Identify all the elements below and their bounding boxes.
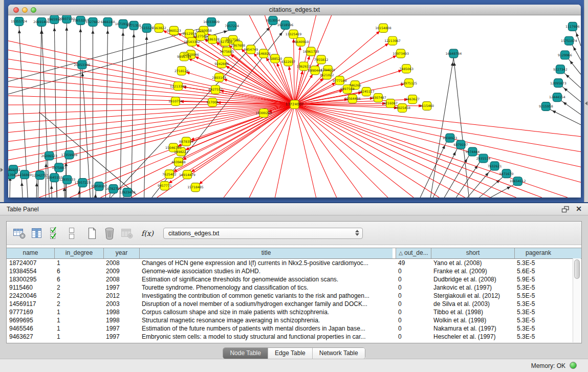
table-row[interactable]: 977716911998Corpus callosum shape and si…	[7, 308, 581, 316]
graph-edge[interactable]	[8, 104, 295, 105]
graph-edge[interactable]	[132, 29, 134, 198]
table-cell: 6	[54, 268, 103, 275]
column-header-name[interactable]: name	[7, 248, 54, 258]
float-panel-icon[interactable]	[561, 206, 570, 215]
graph-edge[interactable]	[295, 104, 316, 198]
graph-node-label: 2935514	[476, 157, 491, 160]
graph-edge[interactable]	[120, 28, 123, 198]
graph-edge[interactable]	[295, 104, 491, 198]
deselect-all-rows-button[interactable]	[63, 226, 80, 241]
graph-edge[interactable]	[8, 104, 295, 178]
function-builder-button[interactable]: f(x)	[139, 226, 156, 241]
scrollbar-thumb[interactable]	[574, 259, 580, 279]
memory-ok-indicator[interactable]	[570, 362, 577, 369]
table-row[interactable]: 2242004622012Investigating the contribut…	[7, 292, 581, 300]
table-row[interactable]: 1938455462009Genome-wide association stu…	[7, 267, 581, 275]
graph-node-label: 917004	[206, 100, 219, 104]
column-header-out-degree[interactable]: △out_de...	[396, 248, 431, 258]
column-header-title[interactable]: title	[139, 248, 393, 258]
network-table-selector[interactable]: citations_edges.txt	[163, 228, 363, 239]
table-cell: Changes of HCN gene expression and I(f) …	[139, 259, 393, 267]
graph-edge[interactable]	[559, 99, 581, 115]
table-row[interactable]: 969969511998Structural magnetic resonanc…	[7, 316, 581, 324]
column-header-pagerank[interactable]: pagerank	[514, 248, 562, 258]
table-cell: 5.9E-5	[514, 276, 562, 283]
graph-edge[interactable]	[571, 43, 581, 60]
table-cell: Hescheler et al. (1997)	[431, 333, 514, 340]
graph-edge[interactable]	[433, 148, 458, 198]
graph-edge[interactable]	[21, 178, 23, 198]
graph-edge[interactable]	[295, 104, 388, 198]
graph-edge[interactable]	[562, 71, 581, 88]
graph-edge-arrowhead	[35, 183, 38, 186]
graph-edge-arrowhead	[224, 30, 228, 33]
table-row[interactable]: 1872400712008Changes of HCN gene express…	[7, 259, 581, 267]
table-row[interactable]: 1830029562008Estimation of significance …	[7, 275, 581, 283]
graph-edge[interactable]	[132, 104, 295, 198]
graph-node-label: 4039488	[171, 160, 186, 164]
table-row[interactable]: 946362711997Embryonic stem cells: a mode…	[7, 333, 581, 341]
tab-node-table[interactable]: Node Table	[223, 348, 268, 359]
table-cell: 1	[54, 317, 103, 324]
graph-node-label: 9463627	[405, 97, 420, 101]
table-row[interactable]: 946554611997Estimation of the future num…	[7, 324, 581, 333]
graph-edge[interactable]	[295, 104, 337, 198]
graph-edge[interactable]	[186, 104, 295, 142]
graph-edge[interactable]	[295, 104, 581, 167]
table-cell: 0	[396, 276, 431, 283]
graph-edge[interactable]	[106, 26, 108, 198]
table-row[interactable]: 911546021997Tourette syndrome. Phenomeno…	[7, 283, 581, 292]
graph-edge[interactable]	[420, 141, 447, 198]
graph-edge[interactable]	[295, 104, 414, 198]
graph-node-label: 8878354	[179, 140, 193, 143]
column-header-in-degree[interactable]: in_degree	[54, 248, 103, 258]
graph-edge[interactable]	[80, 24, 80, 198]
table-viewport: name in_degree year title △out_de... sho…	[7, 245, 581, 343]
graph-edge[interactable]	[8, 104, 295, 142]
graph-edge[interactable]	[8, 104, 295, 150]
graph-edge-arrowhead	[576, 33, 579, 37]
graph-edge[interactable]	[222, 63, 294, 104]
graph-edge-arrowhead	[464, 159, 467, 163]
graph-edge[interactable]	[295, 104, 581, 182]
tab-edge-table[interactable]: Edge Table	[268, 348, 312, 359]
graph-edge[interactable]	[181, 104, 295, 151]
graph-edge[interactable]	[182, 71, 295, 104]
graph-node-label: 19355724	[11, 19, 27, 23]
table-cell: 5.6E-5	[514, 268, 562, 275]
graph-edge[interactable]	[575, 29, 581, 46]
graph-node-label: 7955812	[314, 58, 329, 61]
column-header-year[interactable]: year	[103, 248, 139, 258]
show-hide-columns-button[interactable]	[28, 226, 46, 241]
graph-edge[interactable]	[51, 181, 52, 198]
graph-edge[interactable]	[144, 32, 147, 198]
select-all-rows-button[interactable]	[46, 226, 63, 241]
graph-edge[interactable]	[36, 178, 37, 198]
graph-edge[interactable]	[224, 104, 294, 198]
graph-edge[interactable]	[8, 77, 295, 104]
network-canvas[interactable]: 1372400719355724206914068965912209371931…	[8, 15, 581, 198]
graph-node-label: 8186328	[205, 37, 220, 41]
graph-edge[interactable]	[295, 104, 568, 198]
west-collapse-handle-icon[interactable]	[1, 168, 3, 172]
east-collapse-handle-icon[interactable]	[585, 101, 587, 105]
graph-edge[interactable]	[567, 57, 581, 75]
table-row[interactable]: 1456911722003Disruption of a novel membe…	[7, 300, 581, 308]
table-options-button[interactable]	[11, 226, 28, 241]
graph-edge[interactable]	[560, 85, 581, 102]
graph-edge[interactable]	[295, 104, 516, 198]
table-vertical-scrollbar[interactable]	[573, 258, 581, 342]
graph-edge[interactable]	[8, 104, 295, 123]
graph-edge-arrowhead	[79, 29, 82, 32]
graph-edge[interactable]	[8, 68, 295, 104]
delete-columns-button[interactable]	[101, 226, 118, 241]
close-panel-icon[interactable]: ✕	[576, 205, 582, 213]
graph-edge[interactable]	[293, 34, 294, 104]
table-cell: 1997	[103, 325, 139, 332]
create-column-button[interactable]	[83, 226, 101, 241]
graph-node-label: 2718126	[175, 69, 189, 73]
column-header-short[interactable]: short	[431, 248, 514, 258]
graph-node-label: 1621022	[320, 73, 334, 77]
network-window-titlebar[interactable]: citations_edges.txt	[8, 5, 581, 15]
tab-network-table[interactable]: Network Table	[312, 348, 365, 359]
